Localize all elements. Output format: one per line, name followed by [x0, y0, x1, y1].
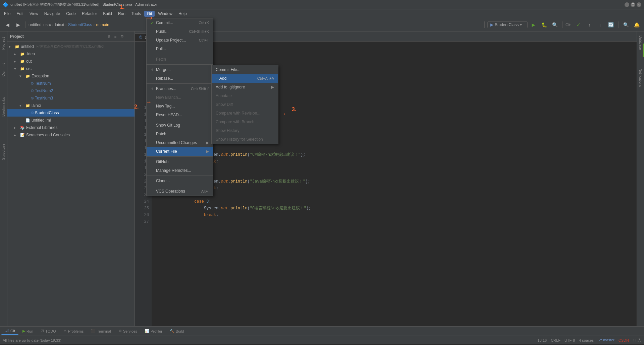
- git-menu-reset-head[interactable]: Reset HEAD...: [147, 111, 213, 119]
- project-panel-action-3[interactable]: ⚙: [119, 33, 125, 40]
- structure-panel-toggle[interactable]: Structure: [1, 141, 6, 163]
- menu-window[interactable]: Window: [155, 11, 175, 17]
- window-controls[interactable]: — ❐ ✕: [625, 2, 641, 7]
- search-button[interactable]: 🔍: [621, 20, 631, 29]
- menu-run[interactable]: Run: [115, 11, 128, 17]
- database-panel-toggle[interactable]: Database: [638, 33, 643, 53]
- tree-out[interactable]: ▸ 📁 out: [7, 58, 135, 65]
- bottom-tab-problems[interactable]: ⚠ Problems: [60, 328, 87, 335]
- cf-add-gitignore[interactable]: Add to .gitignore ▶: [212, 83, 278, 91]
- bottom-tab-profiler[interactable]: 📊 Profiler: [141, 328, 166, 335]
- git-menu-update[interactable]: Update Project... Ctrl+T: [147, 36, 213, 45]
- git-pull-button[interactable]: ↓: [595, 20, 605, 29]
- status-indent[interactable]: 4 spaces: [579, 338, 594, 342]
- notifications-panel-toggle[interactable]: Notifications: [638, 66, 643, 89]
- menu-code[interactable]: Code: [63, 11, 78, 17]
- project-panel-toggle[interactable]: Project: [1, 34, 6, 52]
- git-menu-merge[interactable]: ⑁ Merge...: [147, 65, 213, 74]
- cf-add[interactable]: + Add Ctrl+Alt+A: [212, 74, 278, 83]
- build-tab-label: Build: [176, 329, 184, 333]
- git-menu-show-log[interactable]: Show Git Log: [147, 121, 213, 130]
- git-menu-github[interactable]: GitHub: [147, 157, 213, 166]
- tree-ext-libs[interactable]: ▸ 📚 External Libraries: [7, 124, 135, 131]
- git-menu-pull[interactable]: Pull...: [147, 45, 213, 53]
- menu-git[interactable]: Git: [144, 11, 155, 17]
- run-with-coverage-button[interactable]: 🔍: [550, 20, 560, 29]
- git-menu-rebase[interactable]: Rebase...: [147, 74, 213, 83]
- menu-navigate[interactable]: Navigate: [42, 11, 63, 17]
- git-menu-patch[interactable]: Patch: [147, 130, 213, 138]
- tree-src[interactable]: ▾ 📁 src: [7, 65, 135, 72]
- menu-view[interactable]: View: [27, 11, 41, 17]
- forward-button[interactable]: ▶: [13, 20, 23, 29]
- bottom-tab-build[interactable]: 🔨 Build: [166, 328, 187, 335]
- run-config-dropdown[interactable]: ▾: [520, 22, 522, 27]
- breadcrumb-project[interactable]: untitled: [29, 22, 42, 27]
- breadcrumb-src[interactable]: src: [46, 22, 51, 27]
- debug-button[interactable]: 🐛: [540, 20, 549, 29]
- menu-build[interactable]: Build: [100, 11, 115, 17]
- tree-lainxi[interactable]: ▾ 📁 lainxi: [7, 102, 135, 109]
- git-commit-toolbar-button[interactable]: ✓: [574, 20, 583, 29]
- breadcrumb-method[interactable]: m main: [96, 22, 109, 27]
- git-menu-branches[interactable]: ⑁ Branches... Ctrl+Shift+': [147, 84, 213, 93]
- git-menu-push[interactable]: Push... Ctrl+Shift+K: [147, 27, 213, 36]
- bottom-tab-git[interactable]: ⎇ Git: [1, 328, 18, 335]
- status-line-col[interactable]: 13:16: [538, 338, 547, 342]
- maximize-button[interactable]: ❐: [631, 2, 635, 7]
- tree-testnum[interactable]: © TestNum: [7, 80, 135, 87]
- tree-iml[interactable]: 📄 untitled.iml: [7, 117, 135, 124]
- close-button[interactable]: ✕: [637, 2, 641, 7]
- git-menu-clone[interactable]: Clone...: [147, 177, 213, 185]
- menu-help[interactable]: Help: [176, 11, 190, 17]
- tree-testnum3[interactable]: © TestNum3: [7, 94, 135, 102]
- git-menu-manage-remotes[interactable]: Manage Remotes...: [147, 166, 213, 175]
- tree-out-expand: ▸: [14, 59, 19, 64]
- minimize-button[interactable]: —: [625, 2, 629, 7]
- git-menu-vcs-ops[interactable]: VCS Operations Alt+`: [147, 187, 213, 196]
- cf-add-gitignore-arrow: ▶: [271, 85, 274, 89]
- git-menu-sep-7: [147, 186, 213, 186]
- run-configuration[interactable]: ▶ StudentClass ▾: [487, 21, 528, 28]
- git-push-button[interactable]: ↑: [585, 20, 594, 29]
- bottom-tab-todo[interactable]: ☑ TODO: [37, 328, 59, 335]
- back-button[interactable]: ◀: [3, 20, 12, 29]
- project-panel-action-1[interactable]: ⊕: [106, 33, 112, 40]
- bottom-tab-terminal[interactable]: ⬛ Terminal: [88, 328, 114, 335]
- menu-file[interactable]: File: [1, 11, 13, 17]
- menu-tools[interactable]: Tools: [129, 11, 144, 17]
- notification-button[interactable]: 🔔: [632, 20, 641, 29]
- todo-tab-icon: ☑: [41, 329, 44, 333]
- breadcrumb-class[interactable]: StudentClass: [68, 22, 92, 27]
- commit-panel-toggle[interactable]: Commit: [1, 60, 6, 79]
- git-menu-commit[interactable]: ✓ Commit... Ctrl+K: [147, 18, 213, 27]
- status-line-ending[interactable]: CRLF: [551, 338, 560, 342]
- bottom-tab-services[interactable]: ⚙ Services: [115, 328, 141, 335]
- tree-scratches[interactable]: ▸ 📝 Scratches and Consoles: [7, 131, 135, 139]
- bottom-tab-run[interactable]: ▶ Run: [19, 328, 37, 335]
- tree-exception[interactable]: ▾ 📁 Exception: [7, 72, 135, 80]
- git-menu-current-file[interactable]: Current File ▶: [147, 147, 213, 156]
- tree-iml-icon: 📄: [25, 118, 30, 123]
- branches-icon: ⑁: [151, 87, 156, 91]
- run-tab-icon: ▶: [22, 329, 25, 333]
- tree-testnum2[interactable]: © TestNum2: [7, 87, 135, 94]
- tree-root[interactable]: ▾ 📁 untitled F:\南京正厚软件公司\课堂\练习\03.31\unt…: [7, 43, 135, 50]
- tree-idea[interactable]: ▸ 📁 .idea: [7, 50, 135, 58]
- menu-edit[interactable]: Edit: [14, 11, 26, 17]
- project-panel-minimize[interactable]: —: [126, 33, 132, 40]
- run-config-icon: ▶: [490, 22, 493, 27]
- menu-refactor[interactable]: Refactor: [79, 11, 100, 17]
- git-menu-new-tag[interactable]: New Tag...: [147, 102, 213, 111]
- breadcrumb-package[interactable]: lainxi: [55, 22, 64, 27]
- git-menu-uncommitted[interactable]: Uncommitted Changes ▶: [147, 138, 213, 147]
- status-encoding[interactable]: UTF-8: [565, 338, 575, 342]
- project-panel-action-2[interactable]: ≡: [112, 33, 118, 40]
- tree-studentclass[interactable]: © StudentClass: [7, 109, 135, 117]
- git-update-button[interactable]: 🔄: [606, 20, 615, 29]
- bookmarks-panel-toggle[interactable]: Bookmarks: [1, 94, 6, 119]
- run-button[interactable]: ▶: [529, 20, 538, 29]
- tree-testnum3-label: TestNum3: [35, 96, 53, 100]
- cf-commit-file[interactable]: Commit File...: [212, 65, 278, 74]
- status-git-branch[interactable]: ⎇ master: [598, 338, 614, 342]
